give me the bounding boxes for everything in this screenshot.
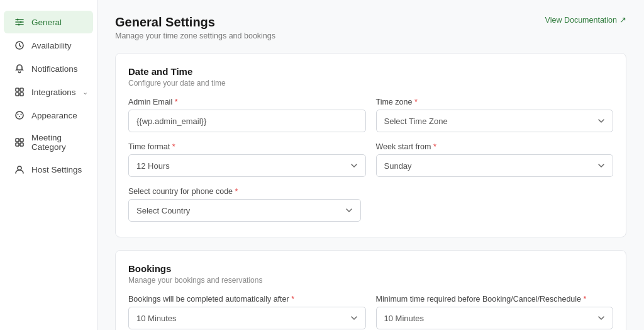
svg-rect-15 [16, 139, 19, 142]
sidebar-label-availability: Availability [31, 41, 72, 50]
svg-point-12 [18, 114, 19, 115]
chevron-down-icon: ⌄ [82, 88, 88, 96]
svg-rect-16 [20, 139, 23, 142]
sidebar-label-integrations: Integrations [31, 88, 76, 97]
svg-point-11 [16, 111, 23, 119]
view-docs-link[interactable]: View Documentation ↗ [545, 15, 626, 25]
time-format-group: Time format 12 Hours 24 Hours [128, 142, 366, 177]
week-start-group: Week start from Sunday Monday [376, 142, 614, 177]
svg-point-13 [21, 114, 22, 115]
min-time-group: Minimum time required before Booking/Can… [376, 295, 614, 329]
timezone-label: Time zone [376, 98, 614, 106]
sidebar-item-notifications[interactable]: Notifications [4, 57, 93, 80]
bell-icon [14, 63, 25, 74]
svg-rect-7 [16, 88, 19, 91]
sidebar-item-appearance[interactable]: Appearance [4, 104, 93, 127]
svg-rect-17 [16, 143, 19, 146]
page-title: General Settings [115, 15, 275, 30]
external-link-icon: ↗ [619, 15, 626, 25]
auto-complete-group: Bookings will be completed automatically… [128, 295, 366, 329]
admin-email-input[interactable] [128, 110, 366, 132]
page-header-left: General Settings Manage your time zone s… [115, 15, 275, 40]
page-header: General Settings Manage your time zone s… [115, 15, 626, 40]
week-start-select[interactable]: Sunday Monday [376, 154, 614, 177]
date-time-section-subtitle: Configure your date and time [128, 79, 613, 88]
sidebar-item-host-settings[interactable]: Host Settings [4, 158, 93, 181]
admin-email-label: Admin Email [128, 98, 366, 106]
date-time-row1: Admin Email Time zone Select Time Zone [128, 98, 613, 132]
min-time-label: Minimum time required before Booking/Can… [376, 295, 614, 304]
country-phone-row: Select country for phone code Select Cou… [128, 187, 613, 222]
sliders-icon [14, 16, 25, 28]
svg-rect-8 [20, 88, 23, 91]
sidebar-item-meeting-category[interactable]: Meeting Category [4, 127, 93, 157]
view-docs-label: View Documentation [545, 16, 617, 25]
auto-complete-select[interactable]: 10 Minutes 30 Minutes [128, 307, 366, 329]
admin-email-group: Admin Email [128, 98, 366, 132]
svg-point-19 [18, 166, 21, 170]
main-content: General Settings Manage your time zone s… [97, 0, 644, 330]
auto-complete-label: Bookings will be completed automatically… [128, 295, 366, 304]
bookings-section-title: Bookings [128, 263, 613, 274]
timezone-select[interactable]: Select Time Zone [376, 110, 614, 132]
time-format-label: Time format [128, 142, 366, 151]
svg-point-14 [19, 116, 20, 117]
sidebar: General Availability Notifications Integ… [0, 0, 97, 330]
bookings-row1: Bookings will be completed automatically… [128, 295, 613, 329]
bookings-section-subtitle: Manage your bookings and reservations [128, 276, 613, 285]
palette-icon [14, 110, 25, 121]
bookings-section: Bookings Manage your bookings and reserv… [115, 250, 626, 330]
svg-rect-10 [20, 93, 23, 96]
clock-icon [14, 40, 25, 51]
page-subtitle: Manage your time zone settings and booki… [115, 31, 275, 40]
country-phone-select[interactable]: Select Country [128, 199, 361, 222]
date-time-row2: Time format 12 Hours 24 Hours Week start… [128, 142, 613, 177]
sidebar-label-appearance: Appearance [31, 111, 77, 120]
svg-point-3 [17, 19, 19, 21]
svg-rect-9 [16, 93, 19, 96]
sidebar-label-meeting-category: Meeting Category [31, 133, 83, 152]
grid-icon [14, 137, 25, 148]
sidebar-label-host-settings: Host Settings [31, 165, 82, 174]
sidebar-item-integrations[interactable]: Integrations ⌄ [4, 81, 93, 103]
sidebar-item-general[interactable]: General [4, 11, 93, 33]
min-time-select[interactable]: 10 Minutes 30 Minutes [376, 307, 614, 329]
svg-rect-18 [20, 143, 23, 146]
timezone-group: Time zone Select Time Zone [376, 98, 614, 132]
date-time-section: Date and Time Configure your date and ti… [115, 53, 626, 237]
country-phone-group: Select country for phone code Select Cou… [128, 187, 361, 222]
week-start-label: Week start from [376, 142, 614, 151]
puzzle-icon [14, 86, 25, 98]
user-icon [14, 164, 25, 175]
sidebar-item-availability[interactable]: Availability [4, 34, 93, 57]
svg-point-4 [20, 21, 22, 23]
sidebar-label-general: General [31, 18, 62, 27]
sidebar-label-notifications: Notifications [31, 64, 78, 74]
country-phone-label: Select country for phone code [128, 187, 361, 196]
svg-point-5 [18, 24, 20, 26]
time-format-select[interactable]: 12 Hours 24 Hours [128, 154, 366, 177]
date-time-section-title: Date and Time [128, 66, 613, 77]
